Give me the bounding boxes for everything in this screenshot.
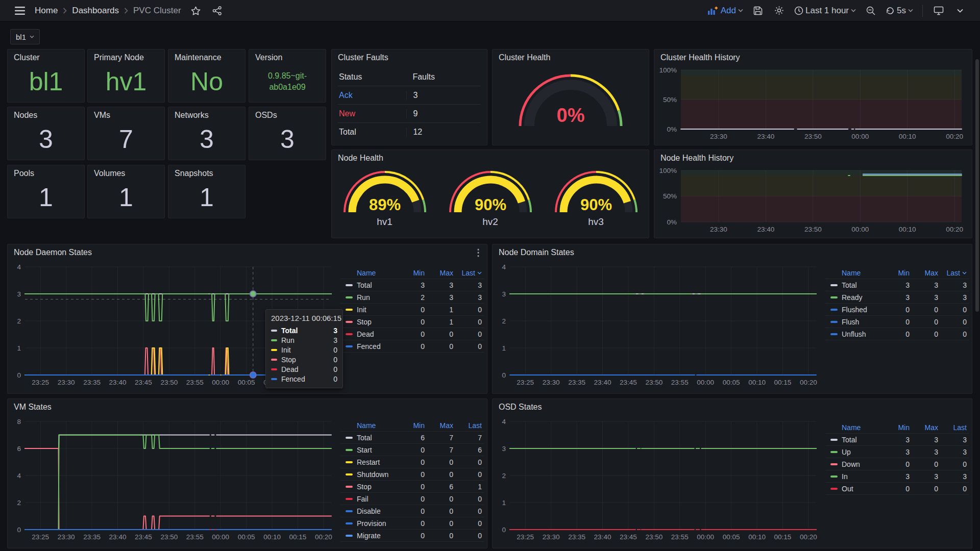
panel-title: Cluster Health xyxy=(499,53,550,62)
panel-menu-kebab-icon[interactable]: ⋮ xyxy=(474,247,483,258)
svg-text:2: 2 xyxy=(17,499,21,507)
tooltip-series-name: Stop xyxy=(281,356,333,364)
legend-col-last[interactable]: Last xyxy=(455,269,484,277)
vm-states-chart[interactable]: 0246823:2523:3023:3523:4023:4523:5023:55… xyxy=(12,417,337,545)
sort-caret-icon xyxy=(962,271,967,274)
series-color-swatch xyxy=(346,333,353,335)
legend-col-min[interactable]: Min xyxy=(883,269,912,277)
breadcrumb-home[interactable]: Home xyxy=(35,6,58,16)
legend-min-value: 3 xyxy=(883,436,912,444)
panel-title: Node Daemon States xyxy=(14,248,92,257)
legend-series-name[interactable]: Dead xyxy=(357,330,398,338)
legend-series-name[interactable]: Migrate xyxy=(357,532,398,540)
fault-status-label[interactable]: New xyxy=(338,109,406,118)
time-range-picker[interactable]: Last 1 hour xyxy=(794,6,856,16)
svg-text:23:35: 23:35 xyxy=(568,379,585,386)
legend-col-min[interactable]: Min xyxy=(398,269,427,277)
legend-col-max[interactable]: Max xyxy=(427,269,455,277)
legend-min-value: 3 xyxy=(398,281,427,289)
node-gauge-label: hv3 xyxy=(588,216,604,228)
svg-text:23:55: 23:55 xyxy=(186,379,204,386)
legend-series-name[interactable]: Restart xyxy=(357,458,398,466)
legend-min-value: 0 xyxy=(883,485,912,493)
legend-last-value: 3 xyxy=(455,293,484,302)
legend-series-name[interactable]: Provision xyxy=(357,519,398,528)
legend-series-name[interactable]: Start xyxy=(357,446,398,454)
node-health-gauge-hv1: 89%hv1 xyxy=(341,165,429,228)
series-color-swatch xyxy=(271,378,277,380)
legend-series-name[interactable]: Shutdown xyxy=(357,470,398,479)
star-icon[interactable] xyxy=(188,3,204,18)
node-domain-states-chart[interactable]: 0123423:2523:3023:3523:4023:4523:5023:55… xyxy=(497,263,822,390)
osd-states-chart[interactable]: 0123423:2523:3023:3523:4023:4523:5023:55… xyxy=(497,417,822,545)
series-color-swatch xyxy=(830,451,838,453)
svg-text:00:15: 00:15 xyxy=(289,533,307,541)
svg-text:23:40: 23:40 xyxy=(109,533,127,541)
legend-series-name[interactable]: Stop xyxy=(357,483,398,491)
svg-text:00:10: 00:10 xyxy=(748,533,766,541)
legend-series-name[interactable]: Fenced xyxy=(357,342,398,350)
legend-series-name[interactable]: Fail xyxy=(357,495,398,503)
legend-col-max[interactable]: Max xyxy=(912,423,940,432)
legend-min-value: 0 xyxy=(883,318,912,326)
legend-row-total: Total333 xyxy=(825,434,969,446)
legend-series-name[interactable]: Ready xyxy=(842,293,883,302)
legend-series-name[interactable]: Flushed xyxy=(842,306,883,314)
legend-col-max[interactable]: Max xyxy=(912,269,940,277)
legend-col-min[interactable]: Min xyxy=(883,423,912,432)
legend-last-value: 0 xyxy=(940,330,969,338)
legend-series-name[interactable]: Total xyxy=(357,281,398,289)
nav-more-chevron-icon[interactable] xyxy=(952,3,968,18)
share-icon[interactable] xyxy=(210,3,225,18)
stat-panel-osds: OSDs3 xyxy=(249,107,326,160)
legend-col-max[interactable]: Max xyxy=(427,421,455,430)
dashboard-settings-gear-icon[interactable] xyxy=(772,3,787,18)
tooltip-series-value: 0 xyxy=(333,365,337,373)
legend-series-name[interactable]: Unflush xyxy=(842,330,883,338)
page-scrollbar-thumb[interactable] xyxy=(975,59,979,312)
legend-col-name[interactable]: Name xyxy=(357,269,398,277)
cluster-health-history-chart[interactable]: 0%50%100%23:3023:4023:5000:0000:1000:20 xyxy=(658,67,969,142)
panel-cluster-health-history: Cluster Health History 0%50%100%23:3023:… xyxy=(654,49,972,145)
kiosk-monitor-icon[interactable] xyxy=(931,3,946,18)
legend-series-name[interactable]: Init xyxy=(357,306,398,314)
legend-col-name[interactable]: Name xyxy=(842,269,883,277)
refresh-interval-label: 5s xyxy=(897,6,906,16)
legend-last-value: 0 xyxy=(455,342,484,350)
legend-series-name[interactable]: In xyxy=(842,472,883,481)
legend-series-name[interactable]: Total xyxy=(842,281,883,289)
legend-series-name[interactable]: Flush xyxy=(842,318,883,326)
breadcrumb-dashboards[interactable]: Dashboards xyxy=(72,6,119,16)
hamburger-menu-icon[interactable] xyxy=(12,3,28,18)
legend-series-name[interactable]: Down xyxy=(842,460,883,468)
panel-cluster-faults: Cluster Faults Status Faults Ack3New9Tot… xyxy=(331,49,487,145)
fault-status-label[interactable]: Ack xyxy=(338,91,406,100)
legend-series-name[interactable]: Up xyxy=(842,448,883,456)
svg-text:23:30: 23:30 xyxy=(58,533,75,541)
legend-col-last[interactable]: Last xyxy=(455,421,484,430)
add-panel-button[interactable]: Add xyxy=(708,6,743,16)
legend-col-min[interactable]: Min xyxy=(398,421,427,430)
legend-col-name[interactable]: Name xyxy=(357,421,398,430)
legend-col-name[interactable]: Name xyxy=(842,423,883,432)
cluster-variable-dropdown[interactable]: bl1 xyxy=(10,29,40,44)
gauge-svg: 90% xyxy=(447,165,534,215)
node-health-history-chart[interactable]: 0%50%100%23:3023:4023:5000:0000:1000:20 xyxy=(658,167,969,235)
legend-last-value: 3 xyxy=(940,472,969,481)
svg-text:8: 8 xyxy=(17,418,21,425)
legend-last-value: 3 xyxy=(940,448,969,456)
legend-series-name[interactable]: Stop xyxy=(357,318,398,326)
legend-series-name[interactable]: Total xyxy=(842,436,883,444)
legend-series-name[interactable]: Total xyxy=(357,434,398,442)
zoom-out-icon[interactable] xyxy=(863,3,878,18)
legend-series-name[interactable]: Run xyxy=(357,293,398,302)
legend-max-value: 0 xyxy=(912,330,940,338)
legend-series-name[interactable]: Disable xyxy=(357,507,398,515)
gauge-svg: 89% xyxy=(341,165,429,215)
legend-col-last[interactable]: Last xyxy=(940,423,969,432)
legend-series-name[interactable]: Out xyxy=(842,485,883,493)
legend-col-last[interactable]: Last xyxy=(940,269,969,277)
refresh-picker[interactable]: 5s xyxy=(886,6,913,16)
stat-title: Volumes xyxy=(94,169,125,178)
save-dashboard-icon[interactable] xyxy=(750,3,766,18)
